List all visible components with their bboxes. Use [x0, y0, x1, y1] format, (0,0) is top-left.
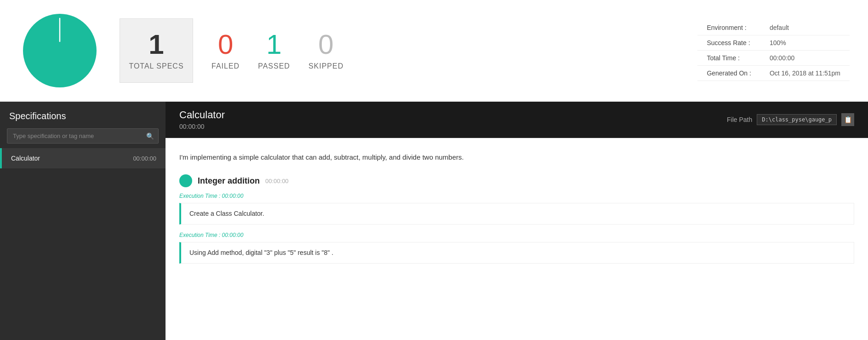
file-path-group: File Path D:\class_pyse\gauge_p 📋 — [727, 113, 854, 126]
scenario-title: Integer addition — [198, 176, 260, 186]
skipped-stat: 0 SKIPPED — [308, 31, 343, 70]
top-section: 1 TOTAL SPECS 0 FAILED 1 PASSED 0 SKIPPE… — [0, 0, 868, 102]
info-table-row: Total Time :00:00:00 — [697, 51, 850, 66]
info-value: Oct 16, 2018 at 11:51pm — [760, 66, 850, 81]
sidebar-item-name: Calculator — [11, 155, 40, 162]
file-path-label: File Path — [727, 116, 752, 123]
info-table: Environment :defaultSuccess Rate :100%To… — [697, 20, 850, 81]
passed-stat: 1 PASSED — [258, 31, 290, 70]
info-value: 100% — [760, 35, 850, 51]
info-value: default — [760, 20, 850, 35]
sidebar-title: Specifications — [0, 102, 166, 128]
info-table-row: Generated On :Oct 16, 2018 at 11:51pm — [697, 66, 850, 81]
info-value: 00:00:00 — [760, 51, 850, 66]
sidebar-search-wrapper: 🔍 — [7, 128, 159, 144]
scenario-header: Integer addition 00:00:00 — [179, 174, 854, 187]
sidebar-items-container: Calculator 00:00:00 — [0, 148, 166, 168]
execution-time-label: Execution Time : 00:00:00 — [179, 193, 854, 199]
total-specs-number: 1 — [148, 31, 164, 58]
info-key: Total Time : — [697, 51, 760, 66]
stats-group: 1 TOTAL SPECS 0 FAILED 1 PASSED 0 SKIPPE… — [120, 18, 850, 83]
file-path-value: D:\class_pyse\gauge_p — [757, 114, 837, 125]
search-icon: 🔍 — [146, 133, 154, 140]
info-table-row: Environment :default — [697, 20, 850, 35]
info-table-row: Success Rate :100% — [697, 35, 850, 51]
scenario-status-dot — [179, 174, 192, 187]
detail-title-group: Calculator 00:00:00 — [179, 109, 225, 130]
spec-description: I'm implementing a simple calculator tha… — [179, 152, 854, 163]
passed-number: 1 — [266, 31, 281, 58]
detail-panel: Calculator 00:00:00 File Path D:\class_p… — [166, 102, 868, 340]
sidebar: Specifications 🔍 Calculator 00:00:00 — [0, 102, 166, 340]
step-block: Create a Class Calculator. — [179, 203, 854, 225]
failed-label: FAILED — [211, 62, 240, 70]
passed-label: PASSED — [258, 62, 290, 70]
detail-header: Calculator 00:00:00 File Path D:\class_p… — [166, 102, 868, 138]
skipped-label: SKIPPED — [308, 62, 343, 70]
execution-time-label: Execution Time : 00:00:00 — [179, 232, 854, 238]
step-block: Using Add method, digital "3" plus "5" r… — [179, 242, 854, 264]
scenario-time: 00:00:00 — [265, 178, 289, 184]
detail-body: I'm implementing a simple calculator tha… — [166, 138, 868, 340]
total-specs-label: TOTAL SPECS — [129, 62, 183, 70]
search-input[interactable] — [7, 128, 159, 144]
gauge-chart — [18, 9, 101, 92]
info-key: Generated On : — [697, 66, 760, 81]
skipped-number: 0 — [318, 31, 333, 58]
scenario: Integer addition 00:00:00 Execution Time… — [179, 174, 854, 264]
main-content: Specifications 🔍 Calculator 00:00:00 Cal… — [0, 102, 868, 340]
scenarios-container: Integer addition 00:00:00 Execution Time… — [179, 174, 854, 264]
sidebar-item-time: 00:00:00 — [133, 155, 156, 162]
detail-title: Calculator — [179, 109, 225, 121]
copy-file-path-button[interactable]: 📋 — [841, 113, 854, 126]
info-key: Environment : — [697, 20, 760, 35]
failed-stat: 0 FAILED — [211, 31, 240, 70]
sidebar-item[interactable]: Calculator 00:00:00 — [0, 148, 166, 168]
detail-time: 00:00:00 — [179, 123, 225, 130]
failed-number: 0 — [218, 31, 233, 58]
total-specs-box: 1 TOTAL SPECS — [120, 18, 193, 83]
info-key: Success Rate : — [697, 35, 760, 51]
